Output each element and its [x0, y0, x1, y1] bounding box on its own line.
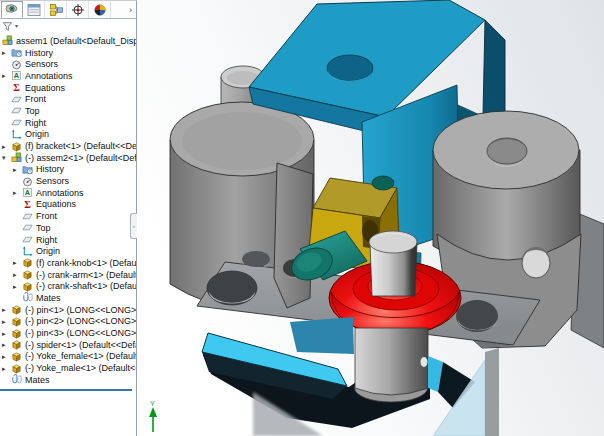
tree-expander-icon[interactable]: ▸	[13, 270, 22, 279]
tree-item[interactable]: Origin	[0, 245, 136, 257]
tree-item[interactable]: Sensors	[0, 175, 136, 187]
tab-overflow-arrow[interactable]: ›	[129, 5, 132, 15]
tree-item-label: Origin	[25, 129, 49, 139]
tree-item-label: (-) spider<1> (Default<<Default>_Dis	[25, 340, 136, 350]
part-icon	[11, 328, 23, 339]
tree-expander-icon[interactable]: ▸	[2, 352, 11, 361]
annotations-icon: A	[22, 187, 34, 198]
part-center-pin[interactable]	[369, 231, 417, 296]
tree-item[interactable]: ▸(f) bracket<1> (Default<<Default>_Di	[0, 140, 136, 152]
feature-tree: assem1 (Default<Default_Display State-1>…	[0, 33, 136, 386]
tree-item[interactable]: ▸AAnnotations	[0, 187, 136, 199]
tree-item[interactable]: ΣEquations	[0, 199, 136, 211]
tree-expander-icon[interactable]: ▸	[2, 71, 11, 80]
sensors-icon	[22, 176, 34, 187]
equations-icon: Σ	[22, 199, 34, 210]
tree-item[interactable]: Mates	[0, 374, 136, 386]
part-crank-shaft-rear[interactable]	[372, 176, 394, 190]
tree-item[interactable]: ▸(-) Yoke_female<1> (Default<<Defaul	[0, 351, 136, 363]
graphics-area[interactable]: Y	[137, 0, 604, 436]
tree-item-label: (f) crank-knob<1> (Default<<Def	[36, 258, 136, 268]
triad-y-label: Y	[150, 400, 155, 407]
origin-icon	[11, 129, 23, 140]
part-bottom-pin[interactable]	[355, 328, 429, 402]
tree-expander-icon[interactable]: ▸	[13, 188, 22, 197]
tree-item[interactable]: ▸(-) crank-shaft<1> (Default<<Def	[0, 280, 136, 292]
featuremanager-tab[interactable]	[1, 1, 23, 18]
tree-item[interactable]: Mates	[0, 292, 136, 304]
tree-expander-icon[interactable]: ▸	[2, 364, 11, 373]
svg-text:Σ: Σ	[13, 82, 20, 93]
tree-item-label: (-) pin<1> (LONG<<LONG>_Display S	[25, 305, 136, 315]
tree-item-label: Mates	[25, 375, 50, 385]
tree-item-label: assem1 (Default<Default_Display State-1>	[16, 36, 136, 46]
plane-icon	[11, 105, 23, 116]
tree-item[interactable]: ▸(f) crank-knob<1> (Default<<Def	[0, 257, 136, 269]
configurationmanager-tab[interactable]	[45, 1, 67, 18]
svg-text:Σ: Σ	[24, 199, 31, 210]
origin-icon	[22, 246, 34, 257]
dimxpertmanager-tab[interactable]	[67, 1, 89, 18]
assembly-scene: Y	[137, 0, 604, 436]
tree-expander-icon[interactable]: ▸	[2, 329, 11, 338]
tree-item-label: Origin	[36, 246, 60, 256]
tree-item[interactable]: ▸(-) pin<2> (LONG<<LONG>_Display S	[0, 316, 136, 328]
filter-funnel-icon[interactable]	[2, 21, 14, 32]
filter-caret-icon[interactable]: ▾	[15, 23, 18, 29]
tree-item[interactable]: Top	[0, 105, 136, 117]
panel-collapse-handle[interactable]: ‹	[130, 213, 137, 239]
solidworks-window: Y › ▾ assem1 (Default<Default_Display St…	[0, 0, 604, 436]
tree-expander-icon[interactable]: ▸	[13, 282, 22, 291]
tree-item[interactable]: Sensors	[0, 58, 136, 70]
tree-item-label: Mates	[36, 293, 61, 303]
part-icon	[22, 257, 34, 268]
tree-item[interactable]: Right	[0, 234, 136, 246]
tree-item[interactable]: ▸(-) pin<3> (LONG<<LONG>_Display S	[0, 327, 136, 339]
tree-item[interactable]: ▸History	[0, 164, 136, 176]
tree-item[interactable]: Right	[0, 117, 136, 129]
tree-item[interactable]: Top	[0, 222, 136, 234]
tree-item[interactable]: ▸(-) crank-arm<1> (Default<<Defa	[0, 269, 136, 281]
part-icon	[11, 339, 23, 350]
plane-icon	[11, 94, 23, 105]
rollback-bar[interactable]	[0, 389, 132, 391]
tree-item[interactable]: ΣEquations	[0, 82, 136, 94]
tree-filter-row[interactable]: ▾	[0, 19, 136, 33]
tree-expander-icon[interactable]: ▸	[13, 258, 22, 267]
tree-item-label: (-) pin<3> (LONG<<LONG>_Display S	[25, 328, 136, 338]
tree-item-label: Sensors	[25, 59, 58, 69]
tree-expander-icon[interactable]: ▸	[2, 48, 11, 57]
tree-item[interactable]: ▾(-) assem2<1> (Default<Default_Displ	[0, 152, 136, 164]
tree-expander-icon[interactable]: ▸	[2, 340, 11, 349]
tree-item[interactable]: assem1 (Default<Default_Display State-1>	[0, 35, 136, 47]
sensors-icon	[11, 59, 23, 70]
displaymanager-tab-icon	[92, 3, 108, 17]
tree-expander-icon[interactable]: ▸	[2, 317, 11, 326]
tree-item[interactable]: ▸(-) pin<1> (LONG<<LONG>_Display S	[0, 304, 136, 316]
tree-item[interactable]: Front	[0, 93, 136, 105]
tree-item-label: Equations	[36, 199, 76, 209]
tree-item[interactable]: ▸History	[0, 47, 136, 59]
configurationmanager-tab-icon	[48, 3, 64, 17]
part-left-yoke-arm[interactable]	[274, 163, 313, 308]
tree-item-label: (-) assem2<1> (Default<Default_Displ	[25, 153, 136, 163]
tree-item-label: (-) crank-arm<1> (Default<<Defa	[36, 270, 136, 280]
tree-expander-icon[interactable]: ▾	[2, 153, 11, 162]
tree-expander-icon[interactable]: ▸	[2, 142, 11, 151]
part-icon	[11, 316, 23, 327]
propertymanager-tab[interactable]	[23, 1, 45, 18]
tree-item[interactable]: ▸AAnnotations	[0, 70, 136, 82]
tree-item[interactable]: Origin	[0, 129, 136, 141]
tree-item-label: Top	[36, 223, 51, 233]
displaymanager-tab[interactable]	[89, 1, 111, 18]
plane-icon	[22, 211, 34, 222]
tree-item[interactable]: Front	[0, 210, 136, 222]
tree-expander-icon[interactable]: ▸	[13, 165, 22, 174]
history-icon	[11, 47, 23, 58]
tree-item-label: (-) crank-shaft<1> (Default<<Def	[36, 281, 136, 291]
tree-item[interactable]: ▸(-) spider<1> (Default<<Default>_Dis	[0, 339, 136, 351]
plane-icon	[22, 222, 34, 233]
tree-item-label: Annotations	[36, 188, 84, 198]
tree-expander-icon[interactable]: ▸	[2, 305, 11, 314]
tree-item[interactable]: ▸(-) Yoke_male<1> (Default<<Default>	[0, 362, 136, 374]
